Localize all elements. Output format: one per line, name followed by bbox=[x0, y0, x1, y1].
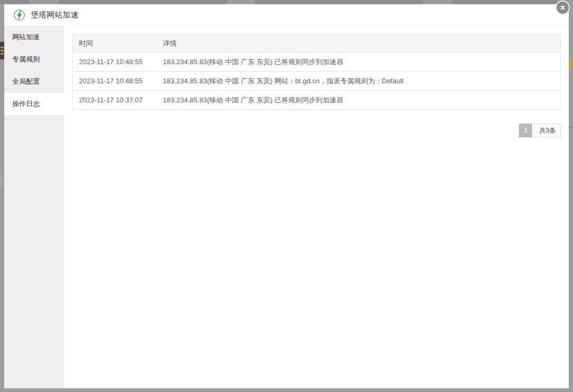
log-time: 2023-11-17 10:48:55 bbox=[73, 58, 163, 66]
table-row: 2023-11-17 10:48:55 183.234.85.83(移动 中国 … bbox=[73, 52, 560, 71]
close-icon[interactable]: × bbox=[555, 1, 570, 15]
underlying-page-fragment bbox=[0, 41, 4, 59]
log-detail: 183.234.85.83(移动 中国 广东 东莞) 已将规则同步到加速器 bbox=[163, 95, 560, 105]
total-count-label: 共3条 bbox=[534, 124, 561, 137]
column-header-time: 时间 bbox=[73, 39, 163, 48]
table-header-row: 时间 详情 bbox=[73, 34, 560, 52]
log-time: 2023-11-17 10:37:07 bbox=[73, 96, 163, 104]
column-header-detail: 详情 bbox=[163, 39, 560, 48]
sidebar: 网站加速 专属规则 全局配置 操作日志 bbox=[4, 26, 64, 388]
lightning-icon bbox=[13, 9, 25, 21]
table-row: 2023-11-17 10:48:55 183.234.85.83(移动 中国 … bbox=[73, 71, 560, 90]
page-title: 堡塔网站加速 bbox=[31, 10, 79, 20]
sidebar-item-operation-log[interactable]: 操作日志 bbox=[4, 93, 64, 115]
log-detail: 183.234.85.83(移动 中国 广东 东莞) 已将规则同步到加速器 bbox=[163, 57, 560, 67]
modal-titlebar: 堡塔网站加速 bbox=[4, 4, 569, 26]
underlying-page-top-strip bbox=[0, 0, 573, 4]
log-detail: 183.234.85.83(移动 中国 广东 东莞) 网站：bt.gd.cn，指… bbox=[163, 76, 560, 86]
underlying-page-fragment bbox=[569, 127, 573, 128]
modal-body: 网站加速 专属规则 全局配置 操作日志 时间 详情 2023-11-17 10:… bbox=[4, 26, 569, 388]
page-number-button[interactable]: 1 bbox=[519, 124, 532, 137]
main-content: 时间 详情 2023-11-17 10:48:55 183.234.85.83(… bbox=[64, 26, 569, 388]
underlying-page-fragment bbox=[569, 56, 573, 70]
operation-log-table: 时间 详情 2023-11-17 10:48:55 183.234.85.83(… bbox=[72, 34, 561, 110]
sidebar-item-global-config[interactable]: 全局配置 bbox=[4, 71, 64, 93]
pagination: 1 共3条 bbox=[72, 124, 561, 137]
log-time: 2023-11-17 10:48:55 bbox=[73, 77, 163, 85]
underlying-page-fragment bbox=[0, 175, 4, 186]
sidebar-item-website-acceleration[interactable]: 网站加速 bbox=[4, 26, 64, 48]
sidebar-item-exclusive-rules[interactable]: 专属规则 bbox=[4, 48, 64, 71]
accelerator-modal: × 堡塔网站加速 网站加速 专属规则 全局配置 操作日志 时间 详情 2023-… bbox=[4, 4, 569, 388]
table-row: 2023-11-17 10:37:07 183.234.85.83(移动 中国 … bbox=[73, 90, 560, 109]
